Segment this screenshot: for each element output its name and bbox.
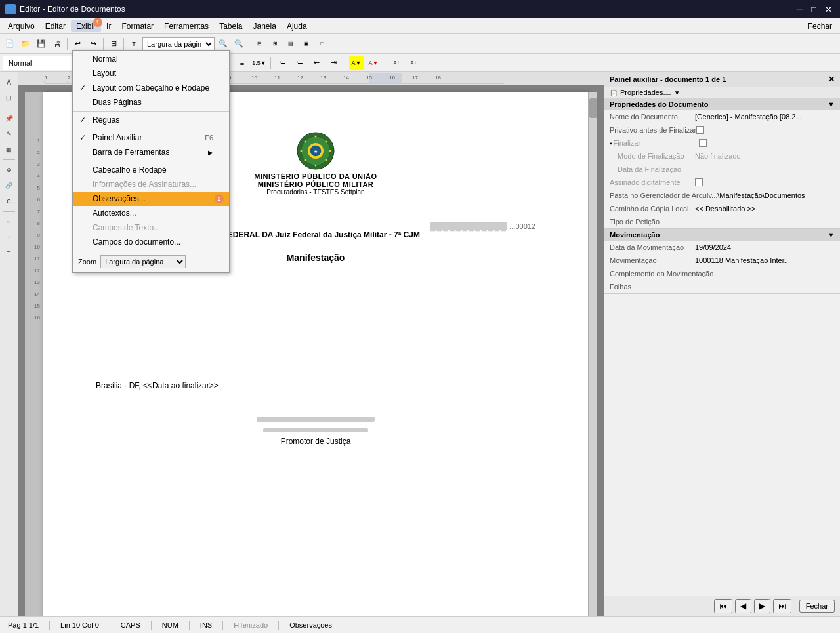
status-ins: INS	[198, 621, 215, 629]
prop-privativo-checkbox[interactable]	[696, 126, 704, 134]
list-button[interactable]: ≔	[275, 56, 289, 70]
tb-extra-2[interactable]: ⊞	[268, 37, 282, 51]
side-panel-fechar-button[interactable]: Fechar	[799, 600, 835, 613]
lt-tool-10[interactable]: ↕	[2, 230, 16, 245]
menu-item-layout-label: Layout	[93, 69, 116, 78]
menu-item-barra-ferramentas[interactable]: Barra de Ferramentas ▶	[73, 145, 229, 159]
lt-tool-3[interactable]: 📌	[2, 111, 16, 125]
highlight-button[interactable]: A▼	[349, 56, 364, 70]
save-button[interactable]: 💾	[34, 37, 49, 51]
grid-button[interactable]: ⊞	[106, 37, 121, 51]
lt-tool-11[interactable]: T	[2, 246, 16, 260]
prop-nome-value: [Generico] - Manifestação [08.2...	[695, 113, 835, 121]
menu-item-cabecalho-rodape-label: Cabeçalho e Rodapé	[93, 165, 167, 174]
indent-combo-button[interactable]: 1.5▼	[252, 56, 266, 70]
prop-caminho-label: Caminho da Cópia Local	[610, 205, 695, 213]
prop-assinado-checkbox[interactable]	[695, 178, 703, 186]
nav-next-button[interactable]: ▶	[754, 599, 770, 613]
maximize-button[interactable]: □	[807, 3, 820, 16]
menu-formatar[interactable]: Formatar	[116, 20, 159, 32]
tb-extra-5[interactable]: □	[315, 37, 329, 51]
menu-item-duas-paginas[interactable]: Duas Páginas	[73, 95, 229, 110]
prop-modo-value: Não finalizado	[695, 152, 835, 160]
lt-tool-4[interactable]: ✎	[2, 127, 16, 141]
menu-item-reguas[interactable]: Réguas	[73, 113, 229, 127]
menu-editar[interactable]: Editar	[40, 20, 71, 32]
lt-sep-1	[3, 108, 15, 108]
tb-extra-4[interactable]: ▣	[299, 37, 314, 51]
menu-item-informacoes-assinaturas: Informações de Assinaturas...	[73, 177, 229, 192]
mov-data-value: 19/09/2024	[695, 243, 835, 251]
svg-point-30	[326, 141, 327, 143]
svg-text:12: 12	[297, 75, 303, 81]
font-color-button[interactable]: A▼	[366, 56, 381, 70]
svg-text:10: 10	[251, 75, 257, 81]
redo-button[interactable]: ↪	[86, 37, 100, 51]
menu-fechar[interactable]: Fechar	[803, 20, 837, 32]
svg-text:13: 13	[320, 75, 326, 81]
lt-tool-7[interactable]: 🔗	[2, 178, 16, 193]
submenu-arrow-icon: ▶	[208, 149, 213, 156]
menu-sep-4	[73, 251, 229, 251]
prop-data-fin-row: Data da Finalização	[604, 163, 840, 176]
style-sep-5	[385, 57, 385, 69]
nav-first-button[interactable]: ⏮	[714, 599, 732, 613]
menu-item-layout[interactable]: Layout	[73, 66, 229, 81]
align-justify-button[interactable]: ≡	[235, 56, 249, 70]
close-button[interactable]: ✕	[822, 3, 835, 16]
zoom-out-button[interactable]: 🔍	[232, 37, 246, 51]
menu-item-cabecalho-rodape[interactable]: Cabeçalho e Rodapé	[73, 163, 229, 177]
coat-of-arms-icon: ✦ ★	[296, 131, 335, 171]
prop-nome-label: Nome do Documento	[610, 113, 695, 121]
lt-tool-1[interactable]: A	[2, 75, 16, 89]
menu-arquivo[interactable]: Arquivo	[3, 20, 40, 32]
menu-janela[interactable]: Janela	[248, 20, 282, 32]
propriedades-tab[interactable]: 📋 Propriedades.... ▼	[604, 87, 840, 98]
menu-ir[interactable]: Ir	[101, 20, 116, 32]
nav-last-button[interactable]: ⏭	[773, 599, 791, 613]
vertical-scrollbar[interactable]	[588, 92, 597, 616]
status-position: Lin 10 Col 0	[58, 621, 102, 629]
side-panel-close-button[interactable]: ✕	[828, 75, 835, 84]
lt-tool-6[interactable]: ⊕	[2, 163, 16, 177]
indent-button[interactable]: ⇥	[326, 56, 341, 70]
font-size-down-button[interactable]: A↓	[406, 56, 421, 70]
menu-item-layout-cabecalho[interactable]: Layout com Cabeçalho e Rodapé	[73, 81, 229, 95]
font-size-up-button[interactable]: A↑	[389, 56, 404, 70]
menu-tabela[interactable]: Tabela	[214, 20, 247, 32]
lt-tool-5[interactable]: ▦	[2, 142, 16, 157]
menu-bar: Arquivo Editar Exibir1 Ir Formatar Ferra…	[0, 18, 840, 34]
menu-item-normal[interactable]: Normal	[73, 52, 229, 66]
prop-nome-row: Nome do Documento [Generico] - Manifesta…	[604, 110, 840, 123]
menu-item-painel-auxiliar[interactable]: Painel Auxiliar F6	[73, 131, 229, 145]
prop-finalizar-checkbox[interactable]	[699, 139, 707, 147]
tb-extra-1[interactable]: ⊟	[252, 37, 266, 51]
undo-button[interactable]: ↩	[70, 37, 85, 51]
mov-movimentacao-row: Movimentação 1000118 Manifestação Inter.…	[604, 254, 840, 267]
svg-text:16: 16	[389, 75, 395, 81]
lt-tool-9[interactable]: ↔	[2, 214, 16, 229]
tb-extra-3[interactable]: ▤	[284, 37, 298, 51]
propriedades-section-header[interactable]: Propriedades do Documento ▼	[604, 98, 840, 110]
menu-ferramentas[interactable]: Ferramentas	[159, 20, 214, 32]
menu-item-observacoes[interactable]: Observações... 2	[73, 192, 229, 206]
minimize-button[interactable]: ─	[793, 3, 806, 16]
new-doc-button[interactable]: 📄	[3, 37, 17, 51]
zoom-combo[interactable]: Largura da págin 100% 75%	[142, 37, 215, 51]
menu-item-campos-documento[interactable]: Campos do documento...	[73, 235, 229, 249]
menu-ajuda[interactable]: Ajuda	[282, 20, 312, 32]
nav-prev-button[interactable]: ◀	[735, 599, 751, 613]
menu-item-autotextos[interactable]: Autotextos...	[73, 206, 229, 220]
menu-exibir[interactable]: Exibir1	[71, 20, 101, 32]
print-button[interactable]: 🖨	[50, 37, 64, 51]
status-sep-2	[110, 621, 110, 630]
lt-tool-2[interactable]: ◫	[2, 91, 16, 105]
zoom-select[interactable]: Largura da página 100% 75% 50%	[100, 255, 186, 268]
zoom-in-button[interactable]: 🔍	[216, 37, 230, 51]
numbered-list-button[interactable]: ≔	[292, 56, 306, 70]
movimentacao-section-header[interactable]: Movimentação ▼	[604, 229, 840, 241]
lt-tool-8[interactable]: C	[2, 194, 16, 209]
open-button[interactable]: 📁	[18, 37, 33, 51]
outdent-button[interactable]: ⇤	[309, 56, 324, 70]
svg-text:11: 11	[274, 75, 280, 81]
